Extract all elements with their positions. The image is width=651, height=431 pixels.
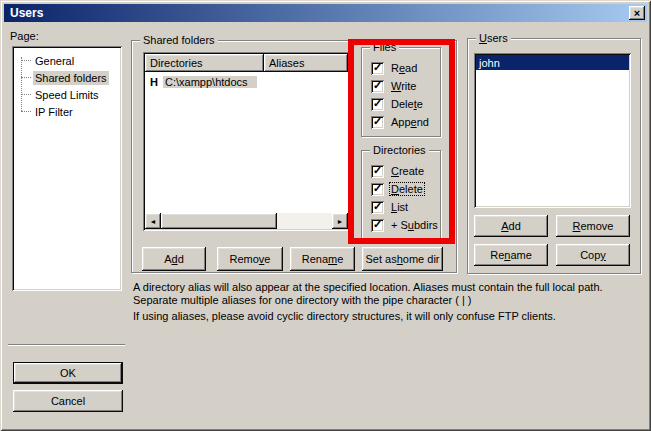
checkbox-subdirs[interactable]: ✓ + Subdirs xyxy=(371,218,439,232)
checkbox-create[interactable]: ✓ Create xyxy=(371,164,425,178)
close-button[interactable]: × xyxy=(629,6,645,20)
ok-button[interactable]: OK xyxy=(13,362,123,384)
copy-user-button[interactable]: Copy xyxy=(556,244,630,266)
checkbox-box: ✓ xyxy=(371,219,384,232)
sidebar-item-general[interactable]: General xyxy=(14,52,120,69)
window-title: Users xyxy=(10,6,43,20)
checkbox-box: ✓ xyxy=(371,98,384,111)
check-icon: ✓ xyxy=(373,218,382,231)
arrow-right-icon: ► xyxy=(337,218,344,225)
column-header-directories[interactable]: Directories xyxy=(145,54,264,72)
column-header-aliases[interactable]: Aliases xyxy=(264,54,348,72)
checkbox-delete-dir[interactable]: ✓ Delete xyxy=(371,182,424,196)
list-item-user[interactable]: john xyxy=(476,55,629,70)
checkbox-box: ✓ xyxy=(371,183,384,196)
directories-group-label: Directories xyxy=(370,144,429,156)
checkbox-box: ✓ xyxy=(371,201,384,214)
sidebar-item-ip-filter[interactable]: IP Filter xyxy=(14,103,120,120)
check-icon: ✓ xyxy=(373,97,382,110)
users-group-label: Users xyxy=(476,32,511,44)
directory-cell: C:\xampp\htdocs xyxy=(163,76,257,88)
remove-user-button[interactable]: Remove xyxy=(556,215,630,237)
rename-user-button[interactable]: Rename xyxy=(474,244,548,266)
add-folder-button[interactable]: Add xyxy=(142,247,206,271)
alias-note: A directory alias will also appear at th… xyxy=(133,281,636,307)
checkbox-write[interactable]: ✓ Write xyxy=(371,79,417,93)
checkbox-box: ✓ xyxy=(371,165,384,178)
checkbox-box: ✓ xyxy=(371,62,384,75)
add-user-button[interactable]: Add xyxy=(474,215,548,237)
table-row[interactable]: H C:\xampp\htdocs xyxy=(145,74,348,89)
check-icon: ✓ xyxy=(373,115,382,128)
check-icon: ✓ xyxy=(373,79,382,92)
arrow-left-icon: ◄ xyxy=(150,218,157,225)
checkbox-list[interactable]: ✓ List xyxy=(371,200,409,214)
horizontal-scrollbar[interactable]: ◄ ► xyxy=(145,213,348,229)
cancel-button[interactable]: Cancel xyxy=(13,390,123,412)
title-bar: Users × xyxy=(4,4,647,22)
checkbox-box: ✓ xyxy=(371,116,384,129)
check-icon: ✓ xyxy=(373,182,382,195)
directories-permissions-group: Directories ✓ Create ✓ Delete ✓ List ✓ +… xyxy=(361,150,441,240)
checkbox-append[interactable]: ✓ Append xyxy=(371,115,430,129)
scrollbar-track[interactable] xyxy=(277,213,332,229)
checkbox-delete-file[interactable]: ✓ Delete xyxy=(371,97,424,111)
page-label: Page: xyxy=(10,30,39,42)
remove-folder-button[interactable]: Remove xyxy=(217,247,283,271)
check-icon: ✓ xyxy=(373,61,382,74)
scrollbar-thumb[interactable] xyxy=(161,213,277,229)
tree-connector xyxy=(21,94,31,95)
check-icon: ✓ xyxy=(373,164,382,177)
checkbox-read[interactable]: ✓ Read xyxy=(371,61,418,75)
rename-folder-button[interactable]: Rename xyxy=(290,247,355,271)
shared-folders-group-label: Shared folders xyxy=(140,34,218,46)
scroll-left-button[interactable]: ◄ xyxy=(145,213,161,229)
files-group-label: Files xyxy=(370,41,399,53)
scroll-right-button[interactable]: ► xyxy=(332,213,348,229)
tree-connector xyxy=(21,60,31,61)
list-header: Directories Aliases xyxy=(145,54,348,72)
separator-line xyxy=(8,344,125,346)
sidebar-item-shared-folders[interactable]: Shared folders xyxy=(14,69,120,86)
page-tree: General Shared folders Speed Limits IP F… xyxy=(12,46,122,291)
users-dialog: Users × Page: General Shared folders Spe… xyxy=(0,0,651,431)
set-home-dir-button[interactable]: Set as home dir xyxy=(362,247,443,271)
users-list: john xyxy=(474,53,631,208)
files-permissions-group: Files ✓ Read ✓ Write ✓ Delete ✓ Append xyxy=(361,47,441,137)
cyclic-note: If using aliases, please avoid cyclic di… xyxy=(133,310,636,323)
tree-connector xyxy=(21,111,31,112)
sidebar-item-speed-limits[interactable]: Speed Limits xyxy=(14,86,120,103)
checkbox-box: ✓ xyxy=(371,80,384,93)
home-flag: H xyxy=(150,76,163,88)
tree-connector xyxy=(21,77,31,78)
close-icon: × xyxy=(634,8,640,19)
shared-folders-list: Directories Aliases H C:\xampp\htdocs ◄ … xyxy=(143,52,350,231)
check-icon: ✓ xyxy=(373,200,382,213)
